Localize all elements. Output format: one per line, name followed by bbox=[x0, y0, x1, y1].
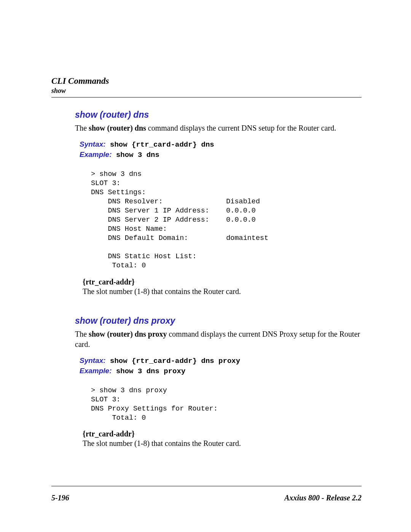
footer-page-number: 5-196 bbox=[51, 494, 69, 502]
example-label: Example: bbox=[80, 150, 112, 158]
param-name-dns: {rtr_card-addr} bbox=[83, 278, 362, 286]
running-head-block: CLI Commands show bbox=[51, 76, 362, 97]
intro-command: show (router) dns proxy bbox=[89, 330, 167, 338]
param-desc-dns: The slot number (1-8) that contains the … bbox=[83, 287, 362, 296]
syntax-line-dns-proxy: Syntax: show {rtr_card-addr} dns proxy bbox=[75, 356, 362, 365]
intro-command: show (router) dns bbox=[89, 124, 146, 132]
cli-output-dns: > show 3 dns SLOT 3: DNS Settings: DNS R… bbox=[75, 170, 362, 271]
example-line-dns: Example: show 3 dns bbox=[75, 150, 362, 159]
page: CLI Commands show show (router) dns The … bbox=[0, 0, 411, 532]
param-name-dns-proxy: {rtr_card-addr} bbox=[83, 430, 362, 438]
param-desc-dns-proxy: The slot number (1-8) that contains the … bbox=[83, 439, 362, 448]
footer: 5-196 Axxius 800 - Release 2.2 bbox=[51, 494, 362, 502]
syntax-line-dns: Syntax: show {rtr_card-addr} dns bbox=[75, 140, 362, 149]
section-gap bbox=[75, 296, 362, 316]
intro-text-pre: The bbox=[75, 330, 89, 338]
intro-text-post: command displays the current DNS setup f… bbox=[146, 124, 336, 132]
syntax-label: Syntax: bbox=[80, 140, 106, 148]
content-area: show (router) dns The show (router) dns … bbox=[75, 97, 362, 448]
footer-rule bbox=[51, 486, 362, 486]
example-code: show 3 dns proxy bbox=[112, 367, 185, 375]
snippet-block-dns-proxy: > show 3 dns proxy SLOT 3: DNS Proxy Set… bbox=[75, 386, 362, 423]
syntax-label: Syntax: bbox=[80, 356, 106, 364]
section-heading-dns-proxy: show (router) dns proxy bbox=[75, 316, 362, 326]
intro-text-pre: The bbox=[75, 124, 89, 132]
section-heading-dns: show (router) dns bbox=[75, 110, 362, 120]
syntax-code: show {rtr_card-addr} dns bbox=[106, 141, 214, 149]
header-subtitle: show bbox=[51, 87, 362, 95]
section-intro-dns-proxy: The show (router) dns proxy command disp… bbox=[75, 329, 362, 350]
snippet-block-dns: > show 3 dns SLOT 3: DNS Settings: DNS R… bbox=[75, 170, 362, 271]
section-intro-dns: The show (router) dns command displays t… bbox=[75, 123, 362, 133]
header-title: CLI Commands bbox=[51, 76, 362, 86]
example-label: Example: bbox=[80, 367, 112, 375]
example-line-dns-proxy: Example: show 3 dns proxy bbox=[75, 367, 362, 375]
example-code: show 3 dns bbox=[112, 151, 159, 159]
cli-output-dns-proxy: > show 3 dns proxy SLOT 3: DNS Proxy Set… bbox=[75, 386, 362, 423]
footer-product: Axxius 800 - Release 2.2 bbox=[284, 494, 362, 502]
syntax-code: show {rtr_card-addr} dns proxy bbox=[106, 357, 240, 365]
